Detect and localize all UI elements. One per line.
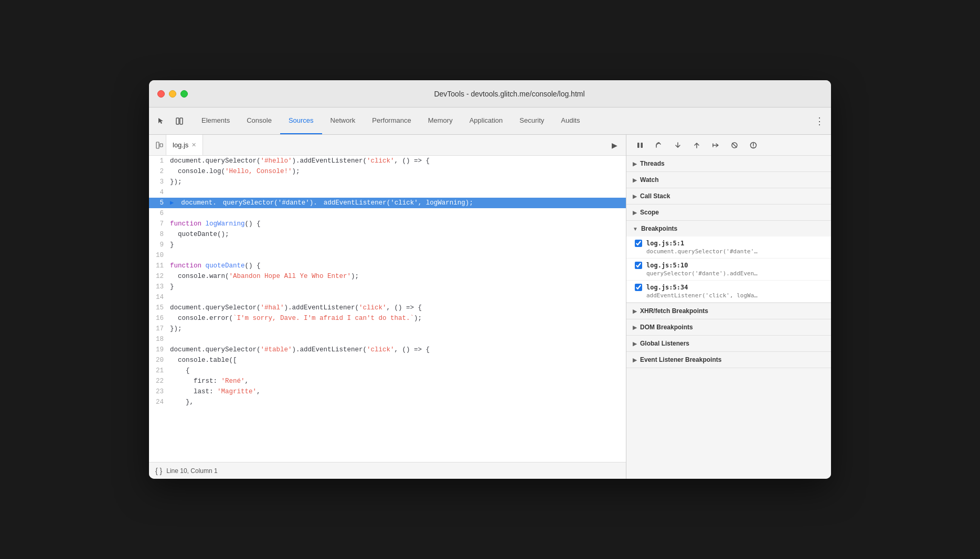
section-scope-header[interactable]: Scope [626,205,831,220]
deactivate-breakpoints-button[interactable] [727,138,742,153]
section-threads-header[interactable]: Threads [626,156,831,171]
svg-rect-0 [176,118,179,124]
debug-toolbar [626,135,831,156]
section-watch: Watch [626,172,831,188]
minimize-button[interactable] [169,90,176,98]
code-line-16: 16 console.error(`I'm sorry, Dave. I'm a… [149,313,626,324]
tab-audits[interactable]: Audits [552,108,588,134]
step-into-button[interactable] [670,138,685,153]
breakpoint-code-2: querySelector('#dante').addEven… [646,270,814,277]
xhr-arrow-icon [633,308,637,314]
braces-icon[interactable]: { } [155,467,162,475]
breakpoint-checkbox-3[interactable] [635,284,642,291]
breakpoint-row-1: log.js:5:1 [635,240,825,247]
code-line-5: 5 ▶document.querySelector('#dante').addE… [149,198,626,208]
code-line-24: 24 }, [149,397,626,407]
dont-pause-on-exceptions-button[interactable] [746,138,761,153]
breakpoint-code-1: document.querySelector('#dante'… [646,248,814,255]
source-panel-toggle-icon[interactable] [153,139,166,152]
file-tab-name: log.js [173,141,188,149]
breakpoint-location-1: log.js:5:1 [646,240,684,247]
scope-arrow-icon [633,210,637,216]
breakpoint-item-2: log.js:5:10 querySelector('#dante').addE… [626,259,831,281]
code-line-15: 15 document.querySelector('#hal').addEve… [149,303,626,313]
tab-security[interactable]: Security [511,108,552,134]
tab-application[interactable]: Application [461,108,512,134]
file-tab-close-icon[interactable]: ✕ [191,142,196,148]
title-bar: DevTools - devtools.glitch.me/console/lo… [149,80,831,108]
breakpoint-row-2: log.js:5:10 [635,262,825,269]
file-tab-logjs[interactable]: log.js ✕ [166,135,203,155]
cursor-icon[interactable] [153,114,168,128]
breakpoint-row-3: log.js:5:34 [635,284,825,291]
code-line-18: 18 [149,334,626,345]
main-content: log.js ✕ ▶ 1 document.querySelector('#he… [149,135,831,479]
section-scope: Scope [626,205,831,221]
code-line-3: 3 }); [149,177,626,187]
section-breakpoints-header[interactable]: Breakpoints [626,221,831,236]
maximize-button[interactable] [180,90,188,98]
threads-arrow-icon [633,161,637,167]
watch-label: Watch [640,176,659,184]
tab-bar-right: ⋮ [812,108,827,134]
section-global-header[interactable]: Global Listeners [626,336,831,351]
code-line-9: 9 } [149,240,626,250]
section-xhr-header[interactable]: XHR/fetch Breakpoints [626,303,831,319]
status-position: Line 10, Column 1 [166,467,217,475]
code-line-6: 6 [149,208,626,219]
more-options-button[interactable]: ⋮ [812,114,827,128]
breakpoints-arrow-icon [633,226,638,232]
breakpoint-code-3: addEventListener('click', logWa… [646,292,814,299]
code-area[interactable]: 1 document.querySelector('#hello').addEv… [149,156,626,462]
code-line-14: 14 [149,292,626,303]
close-button[interactable] [157,90,165,98]
callstack-label: Call Stack [640,192,670,200]
breakpoint-checkbox-2[interactable] [635,262,642,269]
section-callstack: Call Stack [626,188,831,205]
code-line-23: 23 last: 'Magritte', [149,386,626,397]
dock-icon[interactable] [172,114,187,128]
play-icon[interactable]: ▶ [607,138,622,153]
breakpoint-location-2: log.js:5:10 [646,262,688,269]
section-xhr-breakpoints: XHR/fetch Breakpoints [626,303,831,319]
section-dom-breakpoints: DOM Breakpoints [626,319,831,336]
breakpoint-item-1: log.js:5:1 document.querySelector('#dant… [626,236,831,259]
step-button[interactable] [708,138,723,153]
event-arrow-icon [633,357,637,363]
code-line-21: 21 { [149,366,626,376]
step-out-button[interactable] [689,138,704,153]
code-line-22: 22 first: 'René', [149,376,626,386]
tab-performance[interactable]: Performance [364,108,419,134]
tab-sources[interactable]: Sources [280,108,322,134]
code-line-10: 10 [149,250,626,261]
code-line-13: 13 } [149,282,626,292]
pause-button[interactable] [633,138,647,153]
breakpoints-label: Breakpoints [641,225,677,232]
svg-point-8 [753,146,754,147]
status-bar: { } Line 10, Column 1 [149,462,626,479]
breakpoints-content: log.js:5:1 document.querySelector('#dant… [626,236,831,303]
code-line-1: 1 document.querySelector('#hello').addEv… [149,156,626,166]
breakpoint-item-3: log.js:5:34 addEventListener('click', lo… [626,281,831,303]
section-event-header[interactable]: Event Listener Breakpoints [626,352,831,368]
step-over-button[interactable] [652,138,666,153]
xhr-label: XHR/fetch Breakpoints [640,307,708,315]
tab-network[interactable]: Network [322,108,364,134]
section-event-listener-breakpoints: Event Listener Breakpoints [626,352,831,368]
tab-memory[interactable]: Memory [420,108,461,134]
dom-arrow-icon [633,325,637,330]
code-line-4: 4 [149,187,626,198]
tab-bar-left-icons [153,108,187,134]
breakpoint-checkbox-1[interactable] [635,240,642,247]
code-line-7: 7 function logWarning() { [149,219,626,229]
section-watch-header[interactable]: Watch [626,172,831,188]
section-dom-header[interactable]: DOM Breakpoints [626,319,831,335]
scope-label: Scope [640,209,659,216]
tab-elements[interactable]: Elements [193,108,238,134]
section-callstack-header[interactable]: Call Stack [626,188,831,204]
tab-console[interactable]: Console [238,108,280,134]
code-line-19: 19 document.querySelector('#table').addE… [149,345,626,355]
breakpoint-location-3: log.js:5:34 [646,284,688,291]
devtools-tab-bar: Elements Console Sources Network Perform… [149,108,831,135]
global-arrow-icon [633,341,637,347]
